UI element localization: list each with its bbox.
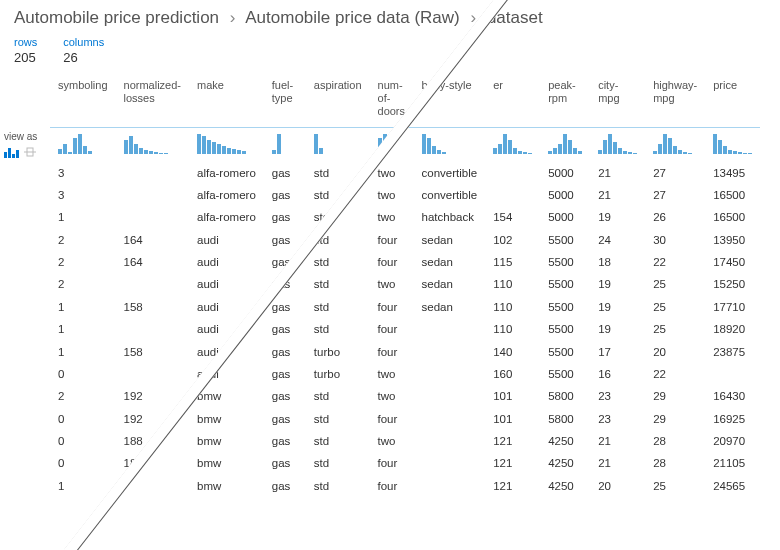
- cell: gas: [264, 184, 306, 206]
- cell: 158: [116, 341, 189, 363]
- cell: audi: [189, 251, 264, 273]
- table-row[interactable]: 2audigasstdtwosedan1105500192515250: [50, 273, 760, 295]
- cell: 121: [485, 452, 540, 474]
- table-row[interactable]: 1audigasstdfour1105500192518920: [50, 318, 760, 340]
- cell: gas: [264, 385, 306, 407]
- column-header[interactable]: num-of-doors: [370, 73, 414, 127]
- cell: four: [370, 475, 414, 497]
- table-row[interactable]: 3alfa-romerogasstdtwoconvertible50002127…: [50, 162, 760, 184]
- cell: sedan: [414, 229, 486, 251]
- cell: audi: [189, 273, 264, 295]
- cell: gas: [264, 162, 306, 184]
- cell: 110: [485, 273, 540, 295]
- cell: 158: [116, 296, 189, 318]
- cell: [116, 206, 189, 228]
- cell: std: [306, 385, 370, 407]
- column-header[interactable]: aspiration: [306, 73, 370, 127]
- column-header[interactable]: fuel-type: [264, 73, 306, 127]
- cell: 5800: [540, 385, 590, 407]
- column-histogram: [370, 127, 414, 162]
- table-row[interactable]: 0188bmwgasstdfour1214250212821105: [50, 452, 760, 474]
- column-header[interactable]: peak-rpm: [540, 73, 590, 127]
- cell: std: [306, 162, 370, 184]
- breadcrumb-item[interactable]: Automobile price data (Raw): [245, 8, 459, 27]
- breadcrumb-item[interactable]: Automobile price prediction: [14, 8, 219, 27]
- cell: 3: [50, 184, 116, 206]
- cell: 16500: [705, 206, 760, 228]
- cell: sedan: [414, 296, 486, 318]
- cell: 16925: [705, 408, 760, 430]
- column-header[interactable]: highway-mpg: [645, 73, 705, 127]
- table-row[interactable]: 3alfa-romerogasstdtwoconvertible50002127…: [50, 184, 760, 206]
- columns-label: columns: [63, 36, 104, 48]
- cell: 5500: [540, 251, 590, 273]
- cell: 30: [645, 229, 705, 251]
- cell: audi: [189, 229, 264, 251]
- cell: [414, 452, 486, 474]
- cell: two: [370, 273, 414, 295]
- cell: 0: [50, 408, 116, 430]
- histogram-view-icon[interactable]: [4, 146, 20, 158]
- breadcrumb-item[interactable]: dataset: [487, 8, 543, 27]
- table-row[interactable]: 2164audigasstdfoursedan1025500243013950: [50, 229, 760, 251]
- cell: 188: [116, 430, 189, 452]
- cell: [414, 430, 486, 452]
- cell: alfa-romero: [189, 162, 264, 184]
- column-header[interactable]: price: [705, 73, 760, 127]
- cell: 20970: [705, 430, 760, 452]
- cell: hatchback: [414, 206, 486, 228]
- cell: 101: [485, 408, 540, 430]
- cell: 164: [116, 251, 189, 273]
- cell: turbo: [306, 363, 370, 385]
- cell: [116, 475, 189, 497]
- cell: 21105: [705, 452, 760, 474]
- cell: std: [306, 430, 370, 452]
- cell: 1: [50, 206, 116, 228]
- cell: std: [306, 184, 370, 206]
- cell: 1: [50, 341, 116, 363]
- cell: [414, 341, 486, 363]
- table-row[interactable]: 2192bmwgasstdtwo1015800232916430: [50, 385, 760, 407]
- table-row[interactable]: 0188bmwgasstdtwo1214250212820970: [50, 430, 760, 452]
- cell: 27: [645, 184, 705, 206]
- cell: 2: [50, 229, 116, 251]
- column-header[interactable]: make: [189, 73, 264, 127]
- table-row[interactable]: 1alfa-romerogasstdtwohatchback1545000192…: [50, 206, 760, 228]
- cell: 121: [485, 475, 540, 497]
- table-row[interactable]: 1158audigasturbofour1405500172023875: [50, 341, 760, 363]
- table-row[interactable]: 0192bmwgasstdfour1015800232916925: [50, 408, 760, 430]
- cell: gas: [264, 318, 306, 340]
- column-histogram: [540, 127, 590, 162]
- cell: std: [306, 251, 370, 273]
- cell: 16: [590, 363, 645, 385]
- stats-view-icon[interactable]: [24, 146, 36, 158]
- cell: 5000: [540, 162, 590, 184]
- column-header[interactable]: city-mpg: [590, 73, 645, 127]
- cell: 0: [50, 452, 116, 474]
- cell: audi: [189, 296, 264, 318]
- cell: [116, 162, 189, 184]
- cell: 27: [645, 162, 705, 184]
- table-row[interactable]: 1bmwgasstdfour1214250202524565: [50, 475, 760, 497]
- cell: 20: [590, 475, 645, 497]
- column-header[interactable]: er: [485, 73, 540, 127]
- table-row[interactable]: 2164audigasstdfoursedan1155500182217450: [50, 251, 760, 273]
- column-header[interactable]: normalized-losses: [116, 73, 189, 127]
- table-row[interactable]: 0audigasturbotwo16055001622: [50, 363, 760, 385]
- cell: gas: [264, 273, 306, 295]
- cell: [414, 408, 486, 430]
- cell: [414, 385, 486, 407]
- cell: 28: [645, 430, 705, 452]
- cell: [116, 184, 189, 206]
- column-header[interactable]: symboling: [50, 73, 116, 127]
- cell: [116, 363, 189, 385]
- cell: 19: [590, 206, 645, 228]
- cell: 160: [485, 363, 540, 385]
- cell: [485, 162, 540, 184]
- table-row[interactable]: 1158audigasstdfoursedan1105500192517710: [50, 296, 760, 318]
- column-histogram: [485, 127, 540, 162]
- column-header[interactable]: body-style: [414, 73, 486, 127]
- cell: sedan: [414, 251, 486, 273]
- cell: [414, 318, 486, 340]
- cell: four: [370, 318, 414, 340]
